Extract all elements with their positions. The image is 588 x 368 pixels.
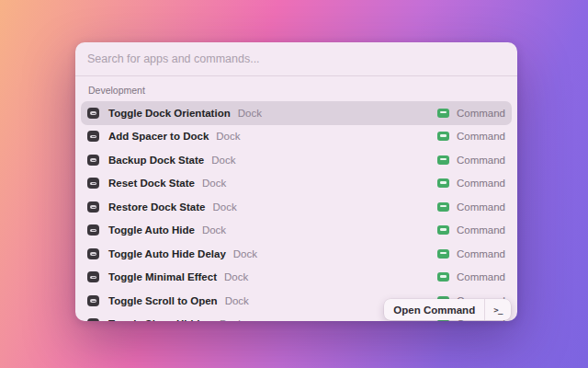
command-title: Reset Dock State xyxy=(108,178,195,189)
command-title: Toggle Auto Hide xyxy=(108,224,195,236)
search-bar xyxy=(75,42,517,76)
command-list-item[interactable]: Backup Dock State Dock Command xyxy=(81,148,512,172)
dock-icon xyxy=(87,201,99,213)
command-type-label: Command xyxy=(457,248,505,259)
dock-icon xyxy=(87,108,99,119)
command-type-label: Command xyxy=(457,201,505,213)
terminal-prompt-key-icon: >_ xyxy=(484,299,511,320)
command-list-item[interactable]: Toggle Minimal Effect Dock Command xyxy=(81,266,512,290)
extension-icon xyxy=(437,249,449,259)
command-title: Add Spacer to Dock xyxy=(108,131,209,142)
command-palette-window: Development Toggle Dock Orientation Dock… xyxy=(75,42,517,321)
section-header: Development xyxy=(88,84,504,97)
command-title: Toggle Auto Hide Delay xyxy=(108,248,226,259)
command-title: Toggle Show Hidden xyxy=(108,318,212,321)
command-subtitle: Dock xyxy=(233,248,257,259)
dock-icon xyxy=(87,131,99,142)
command-list-item[interactable]: Toggle Auto Hide Delay Dock Command xyxy=(81,242,512,266)
command-type-label: Command xyxy=(457,108,505,119)
command-type-label: Command xyxy=(457,178,505,189)
dock-icon xyxy=(87,248,99,259)
command-subtitle: Dock xyxy=(225,295,249,306)
extension-icon xyxy=(437,225,449,235)
dock-icon xyxy=(87,224,99,236)
command-list-item[interactable]: Toggle Dock Orientation Dock Command xyxy=(81,101,512,125)
command-subtitle: Dock xyxy=(212,201,236,213)
command-subtitle: Dock xyxy=(224,271,248,282)
command-type-label: Command xyxy=(457,271,505,282)
extension-icon xyxy=(437,132,449,141)
dock-icon xyxy=(87,318,99,321)
command-title: Backup Dock State xyxy=(108,155,204,166)
command-list: Toggle Dock Orientation Dock Command Add… xyxy=(81,101,512,321)
dock-icon xyxy=(87,295,99,306)
command-type-label: Command xyxy=(457,131,505,142)
command-type-label: Command xyxy=(457,155,505,166)
results-area: Development Toggle Dock Orientation Dock… xyxy=(75,84,517,321)
command-subtitle: Dock xyxy=(202,224,226,236)
open-command-hint[interactable]: Open Command >_ xyxy=(384,299,511,320)
command-subtitle: Dock xyxy=(220,318,243,321)
command-list-item[interactable]: Restore Dock State Dock Command xyxy=(81,195,512,219)
search-input[interactable] xyxy=(87,52,505,65)
dock-icon xyxy=(87,271,99,282)
command-title: Toggle Minimal Effect xyxy=(108,271,217,282)
command-subtitle: Dock xyxy=(216,131,240,142)
extension-icon xyxy=(437,272,449,282)
command-type-label: Command xyxy=(457,224,505,236)
command-title: Toggle Dock Orientation xyxy=(108,108,231,119)
extension-icon xyxy=(437,178,449,188)
extension-icon xyxy=(437,202,449,212)
desktop-background: Development Toggle Dock Orientation Dock… xyxy=(0,0,588,368)
command-subtitle: Dock xyxy=(211,155,235,166)
extension-icon xyxy=(437,109,449,118)
extension-icon xyxy=(437,155,449,165)
command-list-item[interactable]: Reset Dock State Dock Command xyxy=(81,172,512,196)
command-subtitle: Dock xyxy=(202,178,226,189)
command-title: Restore Dock State xyxy=(108,201,205,213)
command-title: Toggle Scroll to Open xyxy=(108,295,218,306)
command-subtitle: Dock xyxy=(238,108,262,119)
dock-icon xyxy=(87,178,99,189)
command-list-item[interactable]: Toggle Auto Hide Dock Command xyxy=(81,219,512,243)
dock-icon xyxy=(87,155,99,166)
command-list-item[interactable]: Add Spacer to Dock Dock Command xyxy=(81,125,512,149)
hint-label: Open Command xyxy=(384,305,484,316)
